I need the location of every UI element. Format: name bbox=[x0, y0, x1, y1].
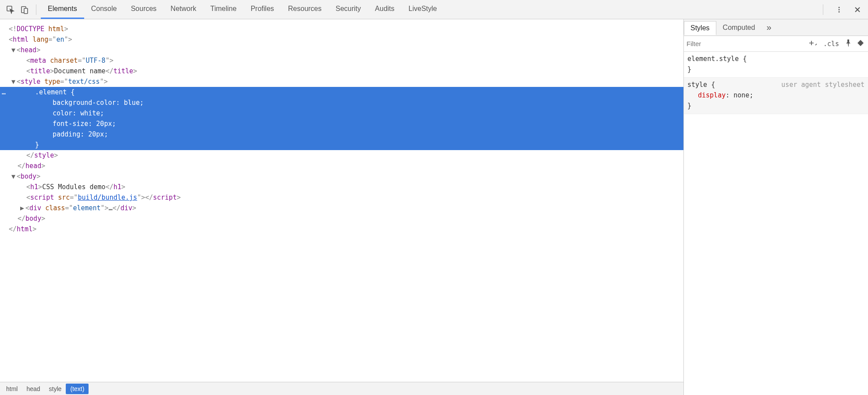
code-token: .element { bbox=[35, 88, 75, 96]
dom-node[interactable]: background-color: blue; bbox=[0, 97, 683, 108]
cls-toggle[interactable]: .cls bbox=[822, 40, 841, 48]
code-token: > bbox=[32, 225, 36, 233]
tab-livestyle[interactable]: LiveStyle bbox=[402, 0, 444, 19]
code-token: </ bbox=[145, 194, 153, 201]
elements-panel: <!DOCTYPE html><html lang="en">▼<head><m… bbox=[0, 19, 684, 395]
expand-arrow-icon[interactable]: ▼ bbox=[11, 45, 17, 55]
tab-elements[interactable]: Elements bbox=[41, 0, 84, 19]
kebab-menu-icon[interactable] bbox=[832, 3, 846, 17]
toolbar-separator bbox=[36, 4, 36, 15]
code-token: div bbox=[29, 204, 45, 212]
sidebar-tabs: StylesComputed » bbox=[684, 19, 868, 36]
dom-node[interactable]: ▼<body> bbox=[0, 171, 683, 182]
tab-security[interactable]: Security bbox=[329, 0, 368, 19]
code-token: UTF-8 bbox=[85, 57, 105, 65]
code-token: type bbox=[44, 78, 60, 86]
tab-resources[interactable]: Resources bbox=[281, 0, 328, 19]
toolbar-separator bbox=[823, 4, 823, 15]
new-style-rule-icon[interactable] bbox=[808, 40, 819, 48]
code-token: text/css bbox=[68, 78, 100, 86]
code-token: < bbox=[17, 46, 21, 54]
code-token: > bbox=[177, 194, 181, 201]
dom-node[interactable]: ▼<style type="text/css"> bbox=[0, 76, 683, 87]
code-token: script bbox=[30, 194, 58, 201]
more-tabs-icon[interactable]: » bbox=[761, 22, 776, 33]
inspect-icon[interactable] bbox=[4, 3, 18, 17]
dom-node[interactable]: <!DOCTYPE html> bbox=[0, 24, 683, 34]
tab-audits[interactable]: Audits bbox=[368, 0, 401, 19]
code-token: > bbox=[133, 67, 137, 75]
code-token: title bbox=[114, 67, 133, 75]
prop-value: : none; bbox=[726, 91, 753, 99]
expand-arrow-icon[interactable]: ▶ bbox=[20, 203, 25, 213]
code-token: meta bbox=[30, 57, 50, 65]
breadcrumb-item[interactable]: head bbox=[22, 384, 44, 394]
dom-node[interactable]: ▶<div class="element">…</div> bbox=[0, 203, 683, 213]
breadcrumb: htmlheadstyle(text) bbox=[0, 382, 683, 395]
svg-point-5 bbox=[839, 11, 840, 12]
dom-node[interactable]: </style> bbox=[0, 150, 683, 161]
panel-tabs: ElementsConsoleSourcesNetworkTimelinePro… bbox=[41, 0, 444, 19]
breadcrumb-item[interactable]: html bbox=[2, 384, 22, 394]
breadcrumb-item[interactable]: (text) bbox=[66, 384, 89, 394]
code-token: body bbox=[25, 215, 41, 223]
dom-node[interactable]: font-size: 20px; bbox=[0, 118, 683, 129]
styles-filter-input[interactable] bbox=[687, 40, 805, 47]
code-token: en bbox=[56, 36, 64, 43]
expand-arrow-icon[interactable]: ▼ bbox=[11, 76, 17, 87]
style-rule[interactable]: style {user agent stylesheetdisplay: non… bbox=[684, 78, 868, 114]
dom-node[interactable]: <script src="build/bundle.js"></script> bbox=[0, 192, 683, 203]
rule-selector: style bbox=[687, 81, 711, 89]
code-token: "> bbox=[100, 78, 108, 86]
dom-node[interactable]: </head> bbox=[0, 161, 683, 171]
tab-network[interactable]: Network bbox=[164, 0, 203, 19]
code-token: h1 bbox=[30, 183, 38, 191]
code-token: h1 bbox=[114, 183, 121, 191]
pin-icon[interactable] bbox=[843, 40, 853, 48]
dom-tree[interactable]: <!DOCTYPE html><html lang="en">▼<head><m… bbox=[0, 19, 683, 382]
sidebar-tab-computed[interactable]: Computed bbox=[716, 21, 762, 35]
style-rule[interactable]: element.style {} bbox=[684, 52, 868, 78]
dom-node[interactable]: <h1>CSS Modules demo</h1> bbox=[0, 182, 683, 192]
code-token: > bbox=[132, 204, 136, 212]
tab-sources[interactable]: Sources bbox=[124, 0, 164, 19]
dom-node[interactable]: <meta charset="UTF-8"> bbox=[0, 55, 683, 66]
styles-filter-row: .cls bbox=[684, 36, 868, 52]
sidebar-tab-styles[interactable]: Styles bbox=[684, 21, 716, 35]
tab-timeline[interactable]: Timeline bbox=[203, 0, 244, 19]
expand-arrow-icon[interactable]: ▼ bbox=[11, 171, 17, 182]
dom-node[interactable]: </html> bbox=[0, 224, 683, 234]
code-token: > bbox=[36, 46, 40, 54]
code-token: font-size: 20px; bbox=[53, 120, 116, 128]
code-token: < bbox=[9, 36, 13, 43]
code-token: < bbox=[17, 78, 21, 86]
code-token: … bbox=[109, 204, 113, 212]
tab-profiles[interactable]: Profiles bbox=[244, 0, 281, 19]
code-token: =" bbox=[70, 194, 78, 201]
code-token: <! bbox=[9, 25, 17, 33]
code-token: < bbox=[26, 57, 30, 65]
dom-node[interactable]: color: white; bbox=[0, 108, 683, 118]
dom-node[interactable]: padding: 20px; bbox=[0, 129, 683, 140]
code-token: color: white; bbox=[53, 109, 104, 117]
device-toggle-icon[interactable] bbox=[18, 3, 32, 17]
dom-node[interactable]: ….element { bbox=[0, 87, 683, 97]
dom-node[interactable]: </body> bbox=[0, 213, 683, 224]
code-token: =" bbox=[60, 78, 68, 86]
style-property[interactable]: display: none; bbox=[687, 90, 864, 101]
code-token: head bbox=[25, 162, 41, 170]
dom-node[interactable]: <title>Document name</title> bbox=[0, 66, 683, 76]
dom-node[interactable]: ▼<head> bbox=[0, 45, 683, 55]
tab-console[interactable]: Console bbox=[84, 0, 124, 19]
code-token: style bbox=[21, 78, 44, 86]
dom-node[interactable]: <html lang="en"> bbox=[0, 34, 683, 45]
code-token: </ bbox=[9, 225, 17, 233]
code-token: html bbox=[13, 36, 32, 43]
dom-node[interactable]: } bbox=[0, 140, 683, 150]
element-state-icon[interactable] bbox=[856, 40, 865, 48]
breadcrumb-item[interactable]: style bbox=[45, 384, 66, 394]
code-token: style bbox=[34, 151, 54, 159]
close-icon[interactable] bbox=[850, 3, 864, 17]
code-token: div bbox=[121, 204, 132, 212]
code-token: </ bbox=[26, 151, 34, 159]
